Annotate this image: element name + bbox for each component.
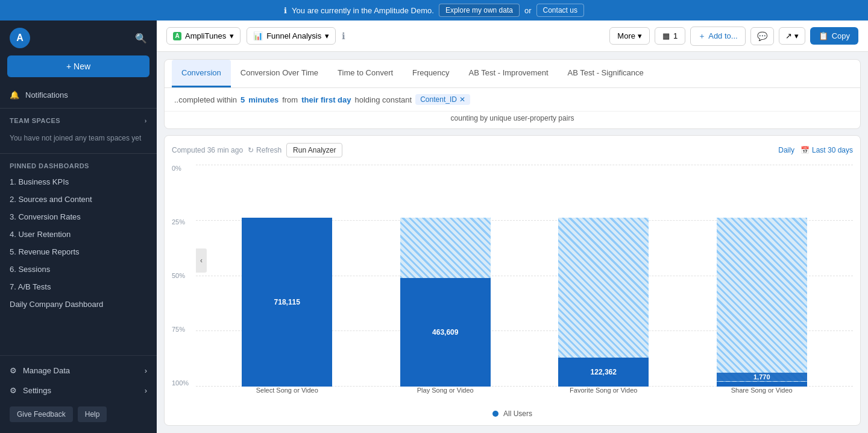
filter-from: from [282,95,298,104]
banner-or: or [524,6,532,15]
tab-frequency[interactable]: Frequency [403,60,459,87]
chart-body: ‹ 718,115 [196,165,853,405]
analysis-type-selector[interactable]: 📊 Funnel Analysis [247,27,336,45]
run-analyzer-button[interactable]: Run Analyzer [286,143,342,157]
x-label-4: Share Song or Video [689,387,835,405]
contact-btn[interactable]: Contact us [536,4,584,17]
filter-period[interactable]: their first day [301,95,351,104]
daily-button[interactable]: Daily [778,146,794,154]
bell-icon: 🔔 [10,90,19,100]
give-feedback-button[interactable]: Give Feedback [10,406,73,422]
chart-panel: Computed 36 min ago ↻ Refresh Run Analyz… [164,135,861,426]
info-icon[interactable]: ℹ [342,31,345,42]
filter-unit[interactable]: minutes [248,95,278,104]
bar-favorite-song: 122,362 [530,165,677,387]
tab-ab-test-improvement[interactable]: AB Test - Improvement [459,60,558,87]
settings-label: Settings [23,386,51,395]
copy-button[interactable]: 📋 Copy [810,27,858,45]
settings-icon: ⚙ [10,386,17,395]
completed-within-label: ..completed within [174,95,237,104]
refresh-label: Refresh [256,146,281,154]
computed-info: Computed 36 min ago ↻ Refresh Run Analyz… [172,143,342,157]
sidebar: A 🔍 + New 🔔 Notifications TEAM SPACES Yo… [0,21,157,433]
add-to-button[interactable]: ＋ Add to... [690,27,745,46]
manage-data-chevron [145,366,147,375]
pinned-item-daily[interactable]: Daily Company Dashboard [0,296,157,313]
pinned-item-3[interactable]: 3. Conversion Rates [0,208,157,226]
help-button[interactable]: Help [78,406,107,422]
feedback-area: Give Feedback Help [0,400,157,428]
sidebar-item-manage-data[interactable]: ⚙ Manage Data [0,361,157,381]
search-icon[interactable]: 🔍 [135,33,147,44]
team-spaces-section: TEAM SPACES [0,111,157,128]
bar-3-value: 122,362 [591,368,617,376]
copy-label: Copy [832,31,850,40]
amplitude-logo: A [10,28,30,48]
analysis-chevron-icon [325,31,329,40]
tab-conversion[interactable]: Conversion [172,60,231,87]
x-label-3: Favorite Song or Video [530,387,677,405]
grid-count: 1 [673,31,678,40]
explore-btn[interactable]: Explore my own data [439,4,520,17]
team-spaces-empty-message: You have not joined any team spaces yet [0,128,157,151]
share-button[interactable]: ↗ [779,27,805,45]
legend-label: All Users [503,409,532,418]
info-circle-icon: ℹ [284,6,287,15]
project-chevron-icon [230,31,234,40]
bar-select-song: 718,115 [214,165,360,387]
more-chevron-icon [638,31,642,40]
counting-row: counting by unique user-property pairs [165,112,860,128]
pinned-dashboards-label: PINNED DASHBOARDS [10,162,89,169]
pinned-item-5[interactable]: 5. Revenue Reports [0,243,157,261]
filter-value-5[interactable]: 5 [241,95,245,104]
notifications-label: Notifications [25,90,68,100]
comment-button[interactable]: 💬 [750,27,774,45]
tabs-row: Conversion Conversion Over Time Time to … [165,60,860,88]
x-axis: Select Song or Video Play Song or Video … [196,387,853,405]
banner-message: You are currently in the Amplitude Demo. [292,6,434,15]
counting-text: counting by unique user-property pairs [451,114,574,122]
more-button[interactable]: More [609,27,650,45]
refresh-button[interactable]: ↻ Refresh [248,146,281,154]
new-button[interactable]: + New [7,55,149,77]
project-dot: A [173,32,181,40]
refresh-icon: ↻ [248,146,254,154]
filter-remove-icon[interactable]: ✕ [459,95,465,104]
sidebar-item-notifications[interactable]: 🔔 Notifications [0,84,157,106]
pinned-item-6[interactable]: 6. Sessions [0,261,157,278]
pinned-item-2[interactable]: 2. Sources and Content [0,191,157,208]
sidebar-item-settings[interactable]: ⚙ Settings [0,381,157,400]
settings-chevron [145,386,147,395]
grid-button[interactable]: ▦ 1 [655,27,685,45]
copy-icon: 📋 [819,31,828,40]
analysis-panel: Conversion Conversion Over Time Time to … [164,59,861,129]
team-spaces-chevron[interactable] [145,117,147,124]
pinned-item-1[interactable]: 1. Business KPIs [0,173,157,191]
chart-left-arrow[interactable]: ‹ [196,248,207,273]
computed-label: Computed 36 min ago [172,146,243,154]
x-label-1: Select Song or Video [214,387,360,405]
filter-property-tag[interactable]: Content_ID ✕ [415,94,470,105]
y-axis: 100% 75% 50% 25% 0% [172,165,193,387]
share-chevron-icon [794,31,799,40]
legend-dot [492,411,498,417]
date-range-label: Last 30 days [812,146,853,154]
pinned-dashboards-section: PINNED DASHBOARDS [0,156,157,173]
pinned-item-4[interactable]: 4. User Retention [0,226,157,243]
project-selector[interactable]: A AmpliTunes [166,27,241,45]
share-icon: ↗ [785,31,792,40]
date-range-button[interactable]: 📅 Last 30 days [800,146,853,154]
tab-ab-test-significance[interactable]: AB Test - Significance [558,60,653,87]
chart-legend: All Users [172,409,853,418]
pinned-item-7[interactable]: 7. A/B Tests [0,278,157,296]
tab-conversion-over-time[interactable]: Conversion Over Time [231,60,328,87]
analysis-type-label: Funnel Analysis [266,31,321,40]
bars-row: 718,115 463,609 [196,165,853,387]
bar-play-song: 463,609 [373,165,519,387]
manage-data-label: Manage Data [23,366,70,375]
filter-property-label: Content_ID [420,95,457,104]
project-name: AmpliTunes [185,31,226,40]
bar-2-value: 463,609 [432,328,458,337]
x-label-2: Play Song or Video [373,387,519,405]
tab-time-to-convert[interactable]: Time to Convert [328,60,403,87]
